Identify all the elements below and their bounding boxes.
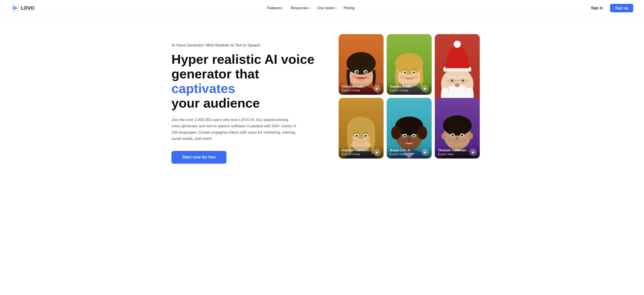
svg-point-48 xyxy=(462,79,464,82)
play-button-sophia[interactable]: ▶ xyxy=(421,85,428,92)
voice-info-chloe: Chloe Woods English Female xyxy=(342,84,363,92)
nav-resources[interactable]: Resources ▾ xyxy=(291,6,310,10)
svg-rect-55 xyxy=(347,126,352,144)
voice-card-overlay-chloe: Chloe Woods English Female ▶ xyxy=(339,82,384,95)
svg-point-70 xyxy=(391,126,401,139)
svg-point-30 xyxy=(414,75,419,78)
svg-point-29 xyxy=(400,75,404,78)
nav-use-cases[interactable]: Use cases ▾ xyxy=(317,6,336,10)
svg-point-18 xyxy=(365,75,370,79)
play-button-bryan[interactable]: ▶ xyxy=(421,149,428,156)
signin-button[interactable]: Sign in xyxy=(587,4,606,12)
svg-point-100 xyxy=(448,139,452,142)
voice-lang-thomas: English Male xyxy=(438,153,466,156)
svg-point-91 xyxy=(461,125,467,130)
svg-point-17 xyxy=(352,75,357,79)
play-icon: ▶ xyxy=(376,151,378,154)
voice-lang-katelyn: English Female xyxy=(342,153,369,156)
voice-name-thomas: Thomas Coleman xyxy=(438,148,466,152)
voice-name-bryan: Bryan Lee Jr. xyxy=(390,148,411,152)
voice-lang-chloe: English Female xyxy=(342,89,363,92)
play-icon: ▶ xyxy=(424,87,426,90)
voice-card-overlay-thomas: Thomas Coleman English Male ▶ xyxy=(435,146,480,159)
logo-text: LOVO xyxy=(21,5,34,11)
play-button-katelyn[interactable]: ▶ xyxy=(373,149,380,156)
voice-lang-sophia: English Female xyxy=(390,89,412,92)
hero-title: Hyper realistic AI voice generator that … xyxy=(172,52,320,110)
chevron-down-icon: ▾ xyxy=(309,6,310,10)
start-now-button[interactable]: Start now for free xyxy=(172,151,226,164)
play-icon: ▶ xyxy=(376,87,378,90)
svg-point-64 xyxy=(366,139,370,142)
svg-point-71 xyxy=(417,126,427,139)
voice-info-sophia: Sophia Butler English Female xyxy=(390,84,412,92)
svg-point-93 xyxy=(468,133,473,139)
play-icon: ▶ xyxy=(424,151,426,154)
voice-card-thomas[interactable]: Thomas Coleman English Male ▶ xyxy=(435,98,480,159)
voice-info-katelyn: Katelyn Harrison English Female xyxy=(342,148,369,156)
hero-subtitle: AI Voice Generator: Most Realistic AI Te… xyxy=(172,43,320,48)
voice-name-chloe: Chloe Woods xyxy=(342,84,363,88)
voice-card-katelyn[interactable]: Katelyn Harrison English Female ▶ xyxy=(339,98,384,159)
svg-point-27 xyxy=(405,72,406,73)
svg-point-47 xyxy=(451,79,454,82)
svg-rect-0 xyxy=(11,4,19,12)
main-content: AI Voice Generator: Most Realistic AI Te… xyxy=(154,16,490,295)
voice-card-overlay-bryan: Bryan Lee Jr. English Male ▶ xyxy=(387,146,432,159)
logo[interactable]: LOVO xyxy=(11,4,34,12)
voice-name-sophia: Sophia Butler xyxy=(390,84,412,88)
logo-icon xyxy=(11,4,19,12)
hero-title-line2: generator that xyxy=(172,66,259,81)
svg-point-50 xyxy=(454,41,461,48)
svg-point-63 xyxy=(352,139,356,142)
svg-point-15 xyxy=(356,71,358,72)
svg-point-99 xyxy=(462,135,463,136)
svg-point-28 xyxy=(414,72,414,73)
navbar: LOVO Features ▾ Resources ▾ Use cases ▾ … xyxy=(0,0,644,16)
svg-point-90 xyxy=(448,125,455,130)
hero-description: Join the over 2,000,000 users who love L… xyxy=(172,117,297,142)
hero-title-accent: captivates xyxy=(172,81,235,96)
chevron-down-icon: ▾ xyxy=(282,6,284,10)
voice-lang-bryan: English Male xyxy=(390,153,411,156)
svg-point-76 xyxy=(404,135,405,136)
chevron-down-icon: ▾ xyxy=(335,6,336,10)
svg-point-101 xyxy=(462,139,467,142)
svg-point-22 xyxy=(395,53,423,74)
signup-button[interactable]: Sign up xyxy=(610,4,633,12)
nav-links: Features ▾ Resources ▾ Use cases ▾ Prici… xyxy=(267,6,354,10)
svg-point-40 xyxy=(456,86,466,92)
voice-name-katelyn: Katelyn Harrison xyxy=(342,148,369,152)
svg-rect-56 xyxy=(370,126,375,144)
voice-card-bryan[interactable]: Bryan Lee Jr. English Male ▶ xyxy=(387,98,432,159)
voice-card-chloe[interactable]: Chloe Woods English Female ▶ xyxy=(339,34,384,95)
voice-info-thomas: Thomas Coleman English Male xyxy=(438,148,466,156)
svg-point-61 xyxy=(356,135,357,136)
nav-features[interactable]: Features ▾ xyxy=(267,6,284,10)
svg-point-98 xyxy=(452,135,453,136)
voice-grid: Chloe Woods English Female ▶ xyxy=(339,34,480,159)
play-button-thomas[interactable]: ▶ xyxy=(470,149,476,156)
svg-point-78 xyxy=(402,140,403,142)
nav-actions: Sign in Sign up xyxy=(587,4,633,12)
voice-card-overlay-sophia: Sophia Butler English Female ▶ xyxy=(387,82,432,95)
hero-section: AI Voice Generator: Most Realistic AI Te… xyxy=(172,34,320,164)
voice-info-bryan: Bryan Lee Jr. English Male xyxy=(390,148,411,156)
nav-pricing[interactable]: Pricing xyxy=(344,6,354,10)
svg-point-41 xyxy=(455,83,460,87)
svg-point-62 xyxy=(365,135,366,136)
play-button-chloe[interactable]: ▶ xyxy=(373,85,380,92)
svg-point-16 xyxy=(366,71,366,72)
voice-card-sophia[interactable]: Sophia Butler English Female ▶ xyxy=(387,34,432,95)
hero-title-line1: Hyper realistic AI voice xyxy=(172,52,314,66)
svg-point-77 xyxy=(414,135,414,136)
svg-point-79 xyxy=(415,140,417,142)
voice-card-overlay-katelyn: Katelyn Harrison English Female ▶ xyxy=(339,146,384,159)
hero-title-line3: your audience xyxy=(172,96,260,110)
play-icon: ▶ xyxy=(472,151,474,154)
svg-point-92 xyxy=(442,133,446,139)
